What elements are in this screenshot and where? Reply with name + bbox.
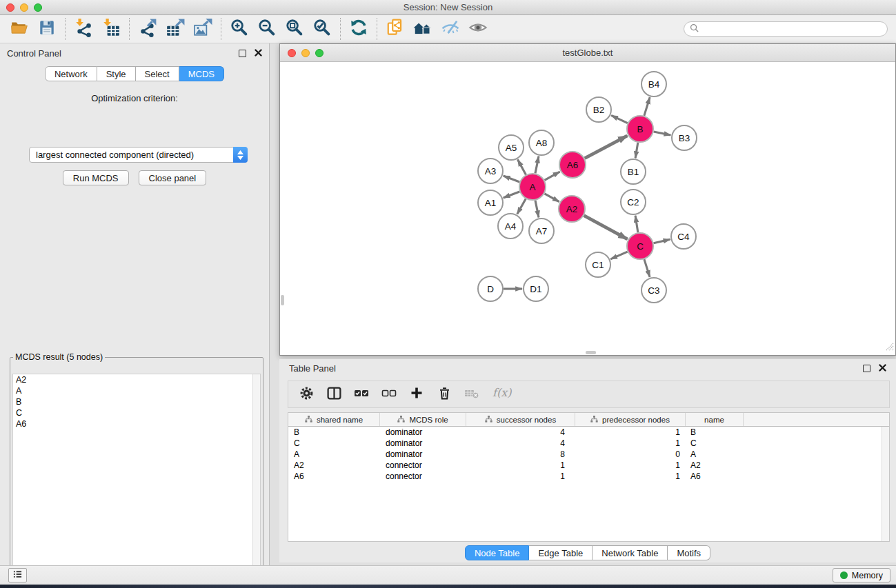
table-cell[interactable]: B	[288, 427, 380, 438]
graph-edge-C-C2[interactable]	[635, 216, 638, 232]
deselect-all-rows-button[interactable]	[377, 383, 401, 405]
criterion-select[interactable]: largest connected component (directed)	[29, 147, 248, 163]
run-mcds-button[interactable]: Run MCDS	[63, 170, 129, 185]
zoom-fit-button[interactable]	[281, 17, 308, 41]
graph-edge-B-B4[interactable]	[644, 97, 650, 116]
search-input[interactable]	[702, 24, 882, 34]
tab-style[interactable]: Style	[97, 66, 136, 81]
open-session-button[interactable]	[6, 17, 33, 41]
table-row[interactable]: Adominator80A	[288, 449, 889, 460]
graph-edge-A-A3[interactable]	[504, 176, 520, 182]
table-cell[interactable]: A	[288, 449, 380, 460]
close-panel-button[interactable]: Close panel	[139, 170, 207, 185]
graph-edge-A-A8[interactable]	[535, 156, 539, 174]
table-cell[interactable]: C	[686, 438, 744, 449]
mcds-result-item[interactable]: C	[13, 407, 260, 418]
mcds-result-item[interactable]: A2	[13, 374, 260, 385]
export-network-button[interactable]	[134, 17, 161, 41]
table-cell[interactable]: dominator	[380, 449, 466, 460]
zoom-out-button[interactable]	[253, 17, 281, 41]
table-cell[interactable]: A2	[288, 460, 380, 471]
zoom-selected-button[interactable]	[308, 17, 336, 41]
close-table-panel-icon[interactable]	[879, 362, 886, 374]
memory-button[interactable]: Memory	[833, 568, 890, 582]
tab-network-table[interactable]: Network Table	[593, 545, 668, 560]
tab-edge-table[interactable]: Edge Table	[529, 545, 593, 560]
graph-edge-A-A4[interactable]	[517, 199, 526, 214]
column-header-successor-nodes[interactable]: successor nodes	[466, 413, 575, 426]
delete-table-button[interactable]	[459, 383, 484, 405]
table-cell[interactable]: A	[686, 449, 744, 460]
table-cell[interactable]: 1	[575, 438, 686, 449]
select-all-rows-button[interactable]	[349, 383, 374, 405]
table-cell[interactable]: 0	[575, 449, 686, 460]
zoom-in-button[interactable]	[226, 17, 253, 41]
export-table-button[interactable]	[161, 17, 189, 41]
graph-edge-A-A1[interactable]	[504, 192, 520, 198]
graph-edge-A-A5[interactable]	[518, 160, 526, 175]
show-columns-button[interactable]	[321, 383, 346, 405]
graph-edge-A-A7[interactable]	[535, 201, 539, 218]
column-header-predecessor-nodes[interactable]: predecessor nodes	[575, 413, 686, 426]
result-list-scrollbar[interactable]	[252, 374, 260, 588]
float-table-panel-icon[interactable]	[863, 365, 870, 372]
network-from-file-button[interactable]	[381, 17, 409, 41]
table-cell[interactable]: 1	[466, 471, 575, 482]
mcds-result-item[interactable]: A6	[13, 418, 260, 429]
network-window-titlebar[interactable]: testGlobe.txt	[280, 44, 895, 62]
home-button[interactable]	[409, 17, 437, 41]
graph-edge-A2-C[interactable]	[584, 216, 628, 239]
graph-edge-B-B2[interactable]	[611, 115, 628, 123]
table-cell[interactable]: connector	[380, 460, 466, 471]
graph-edge-C-C1[interactable]	[610, 252, 627, 259]
column-header-MCDS-role[interactable]: MCDS role	[380, 413, 466, 426]
table-row[interactable]: A2connector11A2	[288, 460, 889, 471]
show-graphics-details-button[interactable]	[464, 17, 492, 41]
graph-edge-B-B1[interactable]	[635, 143, 638, 159]
table-cell[interactable]: B	[686, 427, 744, 438]
graph-edge-B-B3[interactable]	[654, 132, 671, 135]
table-row[interactable]: Cdominator41C	[288, 438, 889, 449]
graph-edge-C-C4[interactable]	[654, 239, 670, 243]
column-header-shared-name[interactable]: shared name	[288, 413, 380, 426]
search-field[interactable]	[684, 21, 888, 37]
table-cell[interactable]: A6	[686, 471, 744, 482]
import-table-button[interactable]	[97, 17, 125, 41]
graph-edge-A-A6[interactable]	[545, 172, 560, 180]
task-history-button[interactable]	[8, 568, 27, 582]
hide-graphics-details-button[interactable]	[437, 17, 464, 41]
node-table[interactable]: shared nameMCDS rolesuccessor nodesprede…	[288, 412, 890, 542]
table-cell[interactable]: A2	[686, 460, 744, 471]
function-builder-button[interactable]: f(x)	[487, 383, 520, 405]
resize-grip-icon[interactable]	[885, 341, 894, 354]
save-session-button[interactable]	[33, 17, 61, 41]
mcds-result-item[interactable]: B	[13, 396, 260, 407]
table-cell[interactable]: connector	[380, 471, 466, 482]
table-cell[interactable]: dominator	[380, 438, 466, 449]
table-row[interactable]: Bdominator41B	[288, 427, 889, 438]
network-canvas[interactable]: AA2A6BCA1A3A4A5A7A8B1B2B3B4C1C2C3C4DD1	[280, 62, 895, 355]
float-panel-icon[interactable]	[239, 50, 246, 57]
add-column-button[interactable]	[404, 383, 429, 405]
table-cell[interactable]: C	[288, 438, 380, 449]
delete-columns-button[interactable]	[432, 383, 457, 405]
tab-motifs[interactable]: Motifs	[668, 545, 710, 560]
mcds-result-item[interactable]: A	[13, 385, 260, 396]
table-row[interactable]: A6connector11A6	[288, 471, 889, 482]
import-network-button[interactable]	[70, 17, 97, 41]
refresh-view-button[interactable]	[345, 17, 372, 41]
table-cell[interactable]: 1	[575, 427, 686, 438]
table-cell[interactable]: 1	[466, 460, 575, 471]
column-header-name[interactable]: name	[686, 413, 744, 426]
network-horizontal-scrollbar[interactable]	[586, 351, 596, 354]
table-cell[interactable]: 8	[466, 449, 575, 460]
table-cell[interactable]: 4	[466, 427, 575, 438]
mcds-result-list[interactable]: A2ABCA6	[12, 374, 261, 588]
table-cell[interactable]: 1	[575, 471, 686, 482]
table-cell[interactable]: 4	[466, 438, 575, 449]
table-options-button[interactable]	[294, 383, 319, 405]
network-vertical-scrollbar[interactable]	[281, 295, 284, 305]
tab-select[interactable]: Select	[136, 66, 179, 81]
graph-edge-A6-B[interactable]	[585, 136, 628, 159]
network-graph[interactable]: AA2A6BCA1A3A4A5A7A8B1B2B3B4C1C2C3C4DD1	[280, 62, 895, 355]
